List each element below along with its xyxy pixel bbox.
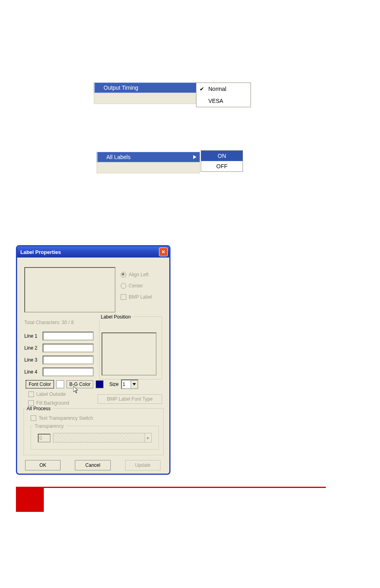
output-timing-label: Output Timing: [104, 85, 138, 91]
chevron-down-icon: [131, 380, 137, 388]
label-outside-label: Label Outside: [36, 391, 66, 397]
cancel-button-label: Cancel: [85, 462, 100, 468]
output-timing-option-normal[interactable]: ✔ Normal: [196, 83, 251, 95]
text-transparency-switch-checkbox[interactable]: Text Transparency Switch: [31, 415, 93, 421]
dialog-button-row: OK Cancel Update: [25, 460, 161, 470]
text-transparency-switch-label: Text Transparency Switch: [39, 415, 93, 421]
total-characters-label: Total Characters: 30 / 8: [24, 320, 74, 325]
checkbox-icon: [28, 391, 34, 397]
line3-input[interactable]: [43, 356, 94, 364]
all-labels-menu-item[interactable]: All Labels: [96, 152, 200, 162]
menu-option-label: VESA: [208, 98, 223, 104]
align-center-label: Center: [129, 283, 143, 289]
chevron-right-icon: ▶: [147, 436, 149, 440]
close-button[interactable]: ✕: [159, 248, 168, 256]
check-icon: ✔: [200, 86, 204, 92]
line2-row: Line 2: [24, 344, 94, 352]
line4-input[interactable]: [43, 368, 94, 376]
all-labels-option-on[interactable]: ON: [201, 151, 243, 161]
footer-divider: [16, 487, 326, 488]
checkbox-icon: [28, 400, 34, 406]
footer-red-block: [16, 488, 44, 512]
all-process-legend: All Process: [25, 406, 52, 411]
close-icon: ✕: [161, 249, 165, 255]
font-color-button[interactable]: Font Color: [26, 380, 54, 388]
font-color-swatch[interactable]: [56, 380, 64, 388]
dialog-body: Align Left Center BMP Label Total Charac…: [21, 264, 165, 470]
page: Output Timing ✔ Normal VESA All Labels O…: [0, 0, 380, 588]
line1-input[interactable]: [43, 332, 94, 340]
output-timing-submenu: ✔ Normal VESA: [196, 83, 251, 107]
size-dropdown[interactable]: 1: [121, 380, 138, 389]
menu-option-label: ON: [218, 153, 226, 159]
output-timing-option-vesa[interactable]: VESA: [196, 95, 251, 107]
bg-color-swatch[interactable]: [96, 380, 104, 388]
checkbox-icon: [31, 415, 36, 421]
lines-group: Line 1 Line 2 Line 3 Line 4: [24, 332, 94, 380]
label-position-preview[interactable]: [102, 332, 157, 376]
bg-color-button[interactable]: B-G Color: [67, 380, 93, 388]
all-labels-submenu: ON OFF: [201, 150, 243, 172]
transparency-scroll-right[interactable]: ▶: [145, 433, 152, 442]
update-button-label: Update: [135, 462, 151, 468]
label-outside-checkbox[interactable]: Label Outside: [28, 391, 66, 397]
update-button[interactable]: Update: [125, 460, 161, 470]
fill-background-checkbox[interactable]: Fill Background: [28, 400, 69, 406]
transparency-value[interactable]: 0: [38, 434, 51, 442]
line3-row: Line 3: [24, 356, 94, 364]
cancel-button[interactable]: Cancel: [75, 460, 110, 470]
line4-label: Line 4: [24, 369, 40, 375]
line4-row: Line 4: [24, 368, 94, 376]
label-properties-dialog: Label Properties ✕ Align Left Center BMP…: [16, 245, 170, 475]
checkbox-icon: [121, 294, 126, 300]
bmp-label-checkbox[interactable]: BMP Label: [121, 294, 152, 300]
all-labels-label: All Labels: [106, 154, 131, 160]
bmp-font-type-label: BMP Label Font Type: [107, 396, 153, 402]
line3-label: Line 3: [24, 357, 40, 363]
transparency-scrollbar[interactable]: [53, 433, 152, 442]
label-position-legend: Label Position: [99, 314, 132, 320]
align-left-radio[interactable]: Align Left: [121, 272, 152, 277]
all-labels-option-off[interactable]: OFF: [201, 161, 243, 171]
dialog-titlebar[interactable]: Label Properties ✕: [17, 246, 169, 258]
bmp-label-label: BMP Label: [129, 294, 152, 300]
font-color-button-label: Font Color: [29, 382, 51, 387]
transparency-legend: Transparency: [33, 423, 65, 429]
menu-option-label: OFF: [216, 163, 227, 169]
bmp-font-type-button[interactable]: BMP Label Font Type: [98, 394, 162, 404]
ok-button[interactable]: OK: [25, 460, 61, 470]
line1-label: Line 1: [24, 333, 40, 339]
align-center-radio[interactable]: Center: [121, 283, 152, 289]
menu-option-label: Normal: [208, 86, 226, 92]
ok-button-label: OK: [39, 462, 46, 468]
line1-row: Line 1: [24, 332, 94, 340]
radio-icon: [121, 272, 126, 277]
size-value: 1: [122, 380, 131, 388]
menu-blank-row: [96, 163, 200, 173]
size-label: Size: [109, 382, 118, 387]
line2-input[interactable]: [43, 344, 94, 352]
dialog-title: Label Properties: [20, 249, 61, 255]
line2-label: Line 2: [24, 345, 40, 351]
radio-icon: [121, 283, 126, 289]
fill-background-label: Fill Background: [36, 400, 69, 406]
all-labels-menu: All Labels: [96, 152, 200, 173]
color-size-row: Font Color B-G Color Size 1: [26, 380, 138, 389]
bg-color-button-label: B-G Color: [69, 382, 90, 387]
align-left-label: Align Left: [129, 272, 149, 277]
alignment-group: Align Left Center BMP Label: [121, 272, 152, 305]
submenu-arrow-icon: [193, 154, 196, 160]
label-preview-box: [24, 267, 116, 313]
